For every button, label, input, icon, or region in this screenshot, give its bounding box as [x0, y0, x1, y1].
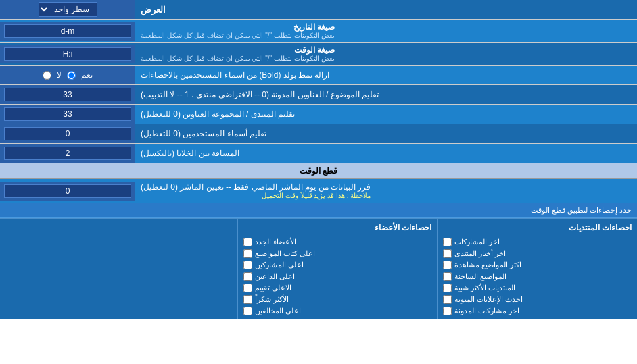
member-stats-col: احصاءات الأعضاء الأعضاء الجدد اعلى كتاب … — [238, 219, 438, 319]
cell-gap-input[interactable] — [4, 147, 131, 160]
user-names-input[interactable] — [4, 127, 131, 140]
cb-top-rated[interactable] — [243, 284, 252, 292]
time-format-label: صيغة الوقت بعض التكوينات يتطلب "/" التي … — [135, 43, 637, 65]
cb-top-referrers[interactable] — [243, 272, 252, 281]
stats-label-col — [0, 219, 238, 319]
cb-most-viewed[interactable] — [443, 261, 452, 269]
bold-remove-label: ازالة نمط بولد (Bold) من اسماء المستخدمي… — [135, 66, 637, 84]
time-format-input[interactable] — [4, 47, 131, 61]
topics-titles-input[interactable] — [4, 88, 131, 101]
member-stats-title: احصاءات الأعضاء — [243, 222, 432, 234]
checkbox-item: المنتديات الأكثر شبية — [443, 282, 632, 294]
checkbox-item: الأكثر شكراً — [243, 294, 432, 305]
cb-top-violators[interactable] — [243, 307, 252, 315]
radio-no-label: لا — [57, 70, 62, 80]
cb-hot-topics[interactable] — [443, 272, 452, 281]
radio-no[interactable] — [43, 71, 51, 80]
topics-titles-label: تقليم الموضوع / العناوين المدونة (0 -- ا… — [135, 85, 637, 104]
limit-label: حدد إحصاءات لتطبيق قطع الوقت — [0, 203, 637, 218]
checkbox-item: الاعلى تقييم — [243, 282, 432, 294]
page-title: العرض — [135, 0, 637, 19]
checkbox-item: الأعضاء الجدد — [243, 236, 432, 248]
cb-latest-ads[interactable] — [443, 295, 452, 304]
forum-stats-col: احصاءات المنتديات اخر المشاركات اخر أخبا… — [438, 219, 637, 319]
checkbox-item: اعلى كتاب المواضيع — [243, 248, 432, 259]
cb-top-posters[interactable] — [243, 249, 252, 258]
forum-titles-input[interactable] — [4, 107, 131, 121]
user-names-label: تقليم أسماء المستخدمين (0 للتعطيل) — [135, 124, 637, 143]
cb-popular-forums[interactable] — [443, 284, 452, 292]
cb-blog-posts[interactable] — [443, 307, 452, 315]
radio-yes-label: نعم — [81, 70, 93, 80]
checkbox-item: اعلى المشاركين — [243, 259, 432, 271]
cell-gap-label: المسافة بين الخلايا (بالبكسل) — [135, 144, 637, 163]
single-line-select[interactable]: سطر واحد سطرين — [39, 2, 97, 17]
cb-top-participants[interactable] — [243, 261, 252, 269]
checkbox-item: المواضيع الساخنة — [443, 271, 632, 282]
checkbox-item: اخر مشاركات المدونة — [443, 305, 632, 317]
cb-forum-news[interactable] — [443, 249, 452, 258]
checkbox-item: احدث الإعلانات المبوبة — [443, 294, 632, 305]
checkbox-item: اعلى المخالفين — [243, 305, 432, 317]
radio-yes[interactable] — [67, 71, 76, 80]
time-cut-label: فرز البيانات من يوم الماشر الماضي فقط --… — [135, 180, 637, 202]
cb-last-posts[interactable] — [443, 238, 452, 246]
cb-new-members[interactable] — [243, 238, 252, 246]
checkbox-item: اخر المشاركات — [443, 236, 632, 248]
checkbox-item: اكثر المواضيع مشاهدة — [443, 259, 632, 271]
date-format-input[interactable] — [4, 24, 131, 38]
forum-stats-title: احصاءات المنتديات — [443, 222, 632, 234]
date-format-label: صيغة التاريخ بعض التكوينات يتطلب "/" الت… — [135, 20, 637, 42]
cb-most-thanked[interactable] — [243, 295, 252, 304]
checkbox-item: اعلى الداعين — [243, 271, 432, 282]
forum-titles-label: تقليم المنتدى / المجموعة العناوين (0 للت… — [135, 105, 637, 124]
checkbox-item: اخر أخبار المنتدى — [443, 248, 632, 259]
time-cut-header: قطع الوقت — [0, 163, 637, 179]
time-cut-input[interactable] — [4, 184, 131, 198]
